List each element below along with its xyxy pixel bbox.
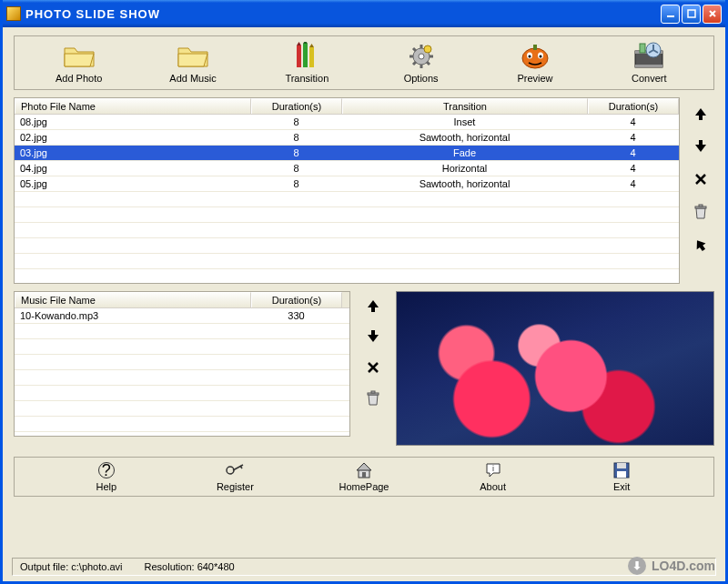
watermark: ⬇ LO4D.com — [628, 557, 715, 575]
svg-rect-44 — [362, 472, 366, 478]
options-button[interactable]: Options — [364, 40, 478, 86]
main-toolbar: Add PhotoAdd MusicTransitionOptionsPrevi… — [14, 35, 714, 90]
photo-trash-button[interactable] — [691, 203, 711, 221]
status-bar: Output file: c:\photo.avi Resolution: 64… — [12, 558, 716, 576]
svg-rect-48 — [617, 471, 626, 478]
svg-marker-31 — [695, 140, 706, 152]
svg-marker-6 — [303, 42, 308, 44]
footer-label: Register — [217, 481, 254, 492]
svg-rect-3 — [303, 44, 308, 67]
svg-rect-0 — [667, 15, 674, 17]
preview-button[interactable]: Preview — [478, 40, 592, 86]
watermark-icon: ⬇ — [628, 557, 646, 575]
table-row-empty[interactable] — [15, 223, 679, 238]
table-row[interactable]: 08.jpg8Inset4 — [15, 115, 679, 130]
register-button[interactable]: Register — [171, 459, 300, 494]
table-row-empty[interactable] — [15, 417, 349, 432]
table-row-empty[interactable] — [15, 401, 349, 417]
toolbar-label: Options — [404, 73, 439, 84]
add-photo-button[interactable]: Add Photo — [22, 40, 136, 86]
table-row[interactable]: 03.jpg8Fade4 — [15, 146, 679, 161]
table-row-empty[interactable] — [15, 386, 349, 401]
toolbar-label: Convert — [632, 73, 667, 84]
svg-line-17 — [413, 62, 416, 65]
svg-point-23 — [528, 55, 531, 58]
footer-label: Help — [96, 481, 116, 492]
table-row-empty[interactable] — [15, 254, 679, 269]
app-icon — [6, 6, 21, 21]
maximize-button[interactable] — [682, 5, 701, 24]
music-col-header[interactable]: Duration(s) — [251, 292, 342, 307]
svg-marker-35 — [368, 300, 379, 312]
about-button[interactable]: iAbout — [429, 459, 558, 494]
svg-line-15 — [427, 62, 430, 65]
music-side-buttons — [359, 291, 387, 446]
photo-table[interactable]: Photo File NameDuration(s)TransitionDura… — [14, 97, 680, 284]
window-title: PHOTO SLIDE SHOW — [25, 7, 661, 21]
svg-rect-47 — [617, 463, 626, 468]
help-icon: ? — [96, 461, 116, 479]
photo-up-button[interactable] — [691, 105, 711, 123]
footer-label: Exit — [613, 481, 630, 492]
titlebar: PHOTO SLIDE SHOW — [3, 0, 725, 27]
table-row[interactable]: 04.jpg8Horizontal4 — [15, 161, 679, 176]
svg-rect-27 — [635, 65, 662, 67]
music-up-button[interactable] — [363, 297, 383, 315]
svg-marker-30 — [695, 108, 706, 120]
status-resolution: Resolution: 640*480 — [145, 561, 235, 572]
svg-point-9 — [419, 54, 424, 59]
music-delete-button[interactable] — [363, 358, 383, 377]
photo-down-button[interactable] — [691, 137, 711, 156]
photo-col-header[interactable]: Photo File Name — [15, 98, 251, 114]
exit-button[interactable]: Exit — [557, 459, 686, 494]
photo-delete-button[interactable] — [691, 170, 711, 188]
toolbar-label: Add Music — [169, 73, 216, 84]
toolbar-label: Add Photo — [56, 73, 102, 84]
table-row[interactable]: 05.jpg8Sawtooth, horizontal4 — [15, 176, 679, 192]
table-row-empty[interactable] — [15, 355, 349, 370]
svg-marker-43 — [357, 463, 371, 470]
photo-col-header[interactable]: Duration(s) — [588, 98, 679, 114]
svg-rect-2 — [297, 45, 301, 67]
table-row-empty[interactable] — [15, 370, 349, 386]
table-row-empty[interactable] — [15, 324, 349, 339]
music-col-header[interactable]: Music File Name — [15, 292, 251, 307]
footer-toolbar: ?HelpRegisterHomePageiAboutExit — [14, 457, 714, 497]
minimize-button[interactable] — [661, 5, 680, 24]
svg-marker-7 — [309, 44, 314, 47]
add-music-button[interactable]: Add Music — [136, 40, 249, 86]
preview-image — [396, 291, 714, 446]
music-down-button[interactable] — [363, 327, 383, 346]
table-row[interactable]: 10-Kowando.mp3330 — [15, 308, 349, 324]
homepage-button[interactable]: HomePage — [299, 459, 429, 494]
svg-marker-34 — [693, 237, 708, 252]
music-trash-button[interactable] — [363, 389, 383, 408]
photo-clear-button[interactable] — [691, 236, 711, 254]
home-icon — [354, 461, 374, 479]
photo-col-header[interactable]: Transition — [342, 98, 588, 114]
table-row-empty[interactable] — [15, 269, 679, 285]
status-output: Output file: c:\photo.avi — [20, 561, 123, 572]
gear-icon — [405, 42, 438, 71]
help-button[interactable]: ?Help — [42, 459, 171, 494]
svg-point-24 — [539, 55, 541, 58]
table-row-empty[interactable] — [15, 238, 679, 254]
pencils-icon — [290, 42, 323, 71]
convert-button[interactable]: Convert — [592, 40, 706, 86]
table-row-empty[interactable] — [15, 339, 349, 355]
table-row-empty[interactable] — [15, 192, 679, 207]
photo-col-header[interactable]: Duration(s) — [251, 98, 342, 114]
svg-rect-1 — [688, 10, 695, 17]
table-row[interactable]: 02.jpg8Sawtooth, horizontal4 — [15, 130, 679, 146]
close-button[interactable] — [703, 5, 722, 24]
svg-point-18 — [424, 45, 431, 53]
svg-marker-36 — [368, 330, 379, 342]
music-table[interactable]: Music File NameDuration(s) 10-Kowando.mp… — [14, 291, 350, 437]
svg-line-14 — [413, 48, 416, 51]
table-row-empty[interactable] — [15, 207, 679, 223]
transition-button[interactable]: Transition — [250, 40, 364, 86]
footer-label: HomePage — [339, 481, 389, 492]
save-icon — [612, 461, 632, 479]
svg-rect-4 — [309, 47, 314, 67]
pumpkin-icon — [519, 42, 551, 71]
